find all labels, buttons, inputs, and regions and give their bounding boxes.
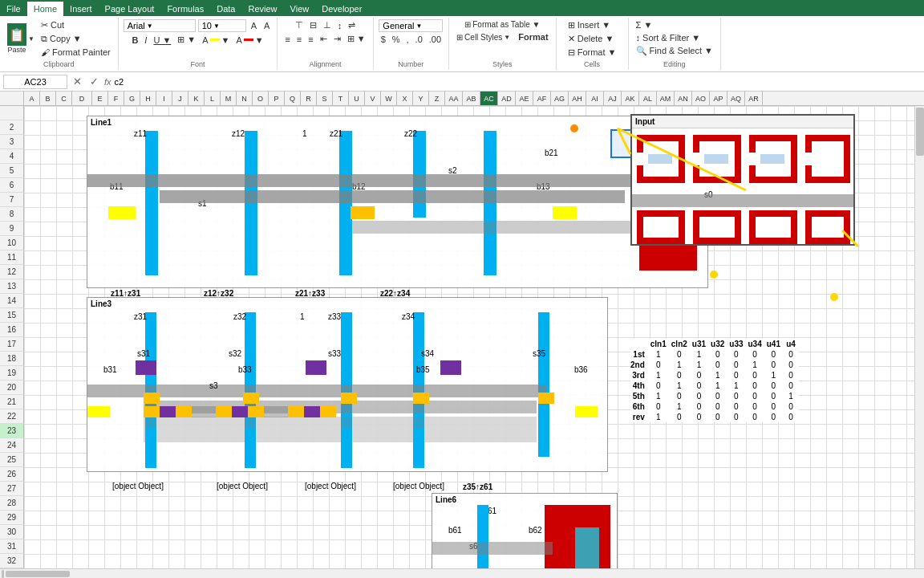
row-header-2[interactable]: 2	[0, 120, 24, 135]
col-header-AA[interactable]: AA	[445, 92, 463, 105]
table-cell[interactable]: 0	[783, 349, 799, 360]
col-header-A[interactable]: A	[24, 92, 40, 105]
table-cell[interactable]: 1	[690, 360, 708, 370]
row-header-27[interactable]: 27	[0, 482, 24, 496]
table-cell[interactable]: 1	[746, 360, 764, 370]
col-header-W[interactable]: W	[381, 92, 397, 105]
name-box[interactable]	[3, 75, 67, 89]
row-header-21[interactable]: 21	[0, 395, 24, 409]
row-header-13[interactable]: 13	[0, 279, 24, 294]
tab-insert[interactable]: Insert	[63, 2, 99, 16]
row-header-14[interactable]: 14	[0, 294, 24, 308]
formula-input[interactable]	[115, 77, 921, 87]
align-center-button[interactable]: ≡	[294, 34, 304, 45]
row-header-26[interactable]: 26	[0, 467, 24, 482]
row-header-3[interactable]: 3	[0, 135, 24, 149]
decrease-font-button[interactable]: A	[261, 20, 272, 31]
table-cell[interactable]: 0	[708, 349, 727, 360]
table-cell[interactable]: 0	[746, 401, 764, 412]
table-cell[interactable]: 0	[708, 412, 727, 422]
row-header-12[interactable]: 12	[0, 265, 24, 279]
table-cell[interactable]: 0	[648, 381, 669, 391]
row-header-15[interactable]: 15	[0, 308, 24, 323]
table-cell[interactable]: 0	[669, 349, 690, 360]
table-cell[interactable]: 0	[783, 412, 799, 422]
col-header-D[interactable]: D	[72, 92, 92, 105]
table-cell[interactable]: 0	[783, 401, 799, 412]
table-cell[interactable]: 0	[690, 381, 708, 391]
bold-button[interactable]: B	[129, 35, 140, 46]
text-direction-button[interactable]: ↕	[335, 20, 345, 31]
table-cell[interactable]: 0	[746, 391, 764, 401]
col-header-AE[interactable]: AE	[516, 92, 533, 105]
table-cell[interactable]: 1	[783, 391, 799, 401]
table-cell[interactable]: 0	[669, 391, 690, 401]
col-header-H[interactable]: H	[140, 92, 156, 105]
col-header-L[interactable]: L	[205, 92, 221, 105]
row-header-32[interactable]: 32	[0, 554, 24, 568]
table-cell[interactable]: 0	[727, 391, 745, 401]
col-header-AN[interactable]: AN	[675, 92, 692, 105]
paste-button[interactable]: 📋 Paste ▼	[5, 22, 37, 55]
merge-button[interactable]: ⊞ ▼	[345, 33, 368, 45]
row-header-1[interactable]	[0, 106, 24, 120]
row-header-22[interactable]: 22	[0, 409, 24, 424]
row-header-5[interactable]: 5	[0, 164, 24, 178]
align-top-button[interactable]: ⊤	[293, 19, 306, 31]
align-right-button[interactable]: ≡	[306, 34, 315, 45]
col-header-AG[interactable]: AG	[551, 92, 569, 105]
italic-button[interactable]: I	[142, 35, 149, 46]
col-header-E[interactable]: E	[92, 92, 108, 105]
col-header-AM[interactable]: AM	[657, 92, 675, 105]
col-header-C[interactable]: C	[56, 92, 72, 105]
col-header-T[interactable]: T	[333, 92, 349, 105]
col-header-AI[interactable]: AI	[586, 92, 604, 105]
table-cell[interactable]: 0	[708, 391, 727, 401]
align-middle-button[interactable]: ⊟	[307, 19, 319, 31]
table-cell[interactable]: 0	[764, 391, 783, 401]
table-cell[interactable]: 1	[648, 349, 669, 360]
find-select-button[interactable]: 🔍 Find & Select ▼	[634, 45, 715, 57]
align-left-button[interactable]: ≡	[282, 34, 292, 45]
col-header-AR[interactable]: AR	[745, 92, 763, 105]
row-header-18[interactable]: 18	[0, 352, 24, 366]
row-header-29[interactable]: 29	[0, 511, 24, 525]
table-cell[interactable]: 0	[648, 401, 669, 412]
table-cell[interactable]: 1	[648, 370, 669, 381]
col-header-R[interactable]: R	[301, 92, 317, 105]
tab-view[interactable]: View	[284, 2, 316, 16]
col-header-AK[interactable]: AK	[622, 92, 639, 105]
increase-indent-button[interactable]: ⇥	[331, 33, 343, 45]
table-cell[interactable]: 1	[708, 381, 727, 391]
row-header-8[interactable]: 8	[0, 207, 24, 222]
col-header-F[interactable]: F	[108, 92, 124, 105]
col-header-N[interactable]: N	[237, 92, 253, 105]
tab-developer[interactable]: Developer	[315, 2, 368, 16]
row-header-30[interactable]: 30	[0, 525, 24, 539]
row-header-11[interactable]: 11	[0, 250, 24, 265]
wrap-text-button[interactable]: ⇌	[346, 19, 358, 31]
table-cell[interactable]: 0	[764, 412, 783, 422]
table-cell[interactable]: 1	[669, 401, 690, 412]
col-header-U[interactable]: U	[349, 92, 365, 105]
font-name-dropdown[interactable]: Arial ▼	[124, 19, 196, 32]
row-header-7[interactable]: 7	[0, 193, 24, 207]
table-cell[interactable]: 0	[764, 360, 783, 370]
col-header-AC[interactable]: AC	[480, 92, 498, 105]
table-cell[interactable]: 0	[669, 412, 690, 422]
col-header-AP[interactable]: AP	[710, 92, 727, 105]
table-cell[interactable]: 0	[690, 401, 708, 412]
table-cell[interactable]: 0	[764, 401, 783, 412]
row-header-28[interactable]: 28	[0, 496, 24, 511]
comma-button[interactable]: ,	[404, 34, 411, 45]
table-cell[interactable]: 1	[727, 381, 745, 391]
col-header-V[interactable]: V	[365, 92, 381, 105]
tab-page-layout[interactable]: Page Layout	[99, 2, 161, 16]
row-header-23[interactable]: 23	[0, 424, 24, 438]
row-header-31[interactable]: 31	[0, 539, 24, 554]
underline-button[interactable]: U ▼	[151, 35, 173, 46]
row-header-24[interactable]: 24	[0, 438, 24, 453]
format-painter-button[interactable]: 🖌 Format Painter	[38, 47, 113, 58]
table-cell[interactable]: 0	[727, 360, 745, 370]
cut-button[interactable]: ✂ Cut	[38, 19, 113, 31]
